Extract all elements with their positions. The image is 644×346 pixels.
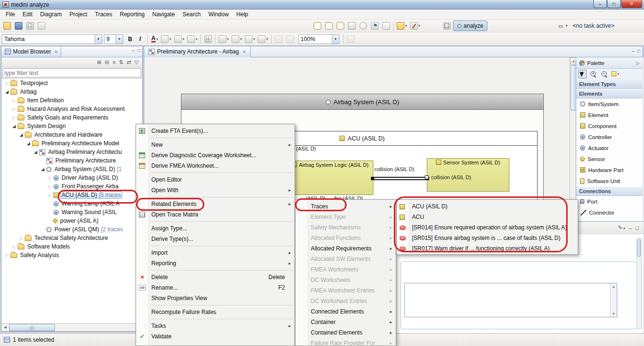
palette-header[interactable]: Palette ▷ [576,57,643,69]
palette-item-connector[interactable]: Connector [576,207,643,218]
tree-item-airbag-preliminary-architectu[interactable]: ◢Airbag Preliminary Architectu [1,148,142,156]
font-color-button[interactable]: A▾ [149,34,160,44]
tree-item-technical-safety-architecture[interactable]: ▷Technical Safety Architecture [1,234,142,242]
view-maximize-icon[interactable]: □ [635,225,639,231]
tree-item-power-asil-qm[interactable]: Power (ASIL QM)[2 traces [1,225,142,234]
view-minimize-icon[interactable]: ‒ [629,225,632,231]
tree-item-driver-airbag-asil-d[interactable]: ▷Driver Airbag (ASIL D) [1,173,142,182]
scroll-up-icon[interactable]: ▲ [611,283,617,290]
comment-button[interactable] [312,21,323,31]
tree-expanded-arrow-icon[interactable]: ◢ [4,89,10,94]
tree-item-acu-asil-d[interactable]: ▷ACU (ASIL D)[5 traces [1,191,142,199]
font-family-combo[interactable]: Tahoma ▼ [2,34,102,44]
clock-button[interactable] [358,21,369,31]
tree-collapsed-arrow-icon[interactable]: ▷ [11,116,17,120]
comment-add-button[interactable] [324,21,334,31]
menubar-traces[interactable]: Traces [91,10,116,19]
grid-button[interactable]: ▾ [231,34,243,44]
combo-arrow-icon[interactable]: ▼ [332,35,339,43]
arrow-style-button[interactable]: ▾ [186,34,199,44]
tree-item-warning-lamp-asil-a[interactable]: Warning Lamp (ASIL A [1,199,142,208]
palette-item-controller[interactable]: Controller [576,131,643,142]
open-folder-button[interactable]: ▾ [396,21,408,31]
perspective-icon[interactable] [443,22,451,30]
context-menu-validate[interactable]: Validate [136,331,295,342]
palette-item-actuator[interactable]: Actuator [576,142,643,153]
menubar-window[interactable]: Window [204,10,232,19]
context-menu-new[interactable]: New► [136,140,295,150]
comments-button[interactable] [335,21,346,31]
combo-arrow-icon[interactable]: ▼ [116,35,123,43]
menubar-project[interactable]: Project [65,10,91,19]
palette-item-item-system[interactable]: Item/System [576,98,643,109]
collapse-all-icon[interactable]: ⊟ [105,59,109,65]
context-menu-derive-diagnostic-coverage-worksheet[interactable]: Derive Diagnostic Coverage Worksheet... [136,150,295,161]
filter-input[interactable] [2,68,141,77]
tree-item-hazard-analysis-and-risk-assessment[interactable]: ▷Hazard Analysis and Risk Assessment [1,105,142,113]
context-menu-show-properties-view[interactable]: Show Properties View [136,293,295,303]
paste-button[interactable] [347,21,357,31]
editor-maximize-icon[interactable]: □ [637,48,640,54]
save-button[interactable] [13,21,24,31]
font-size-combo[interactable]: 9 ▼ [104,34,123,44]
tree-collapsed-arrow-icon[interactable]: ▷ [47,176,53,180]
palette-item-component[interactable]: Component [576,120,643,131]
hierarchy-icon[interactable]: ≡ [113,59,116,65]
palette-group-elements[interactable]: Elements [576,89,643,98]
new-wizard-button[interactable] [2,21,12,31]
context-menu-reporting[interactable]: Reporting► [136,258,295,269]
expand-all-icon[interactable]: ⊞ [97,59,101,65]
tree-expanded-arrow-icon[interactable]: ◢ [25,141,32,146]
tree-item-airbag[interactable]: ◢Airbag [1,87,142,96]
trace-item-sr015-ensure-airbag-system-is-case-of-faults-asil-d[interactable]: [SR015] Ensure airbag system is ... case… [397,233,578,243]
tree-item-architecture-and-hardware[interactable]: ◢Architecture and Hardware [1,130,142,139]
palette-group-element-types[interactable]: Element Types [576,79,643,89]
collision-connector[interactable] [373,177,427,180]
sort-icon[interactable]: ⇅ [119,59,123,65]
context-menu-create-fta-event-s[interactable]: Create FTA Event(s)... [136,126,295,136]
related-elements-allocated-requirements[interactable]: Allocated Requirements► [296,243,396,254]
palette-item-hardware-part[interactable]: Hardware Part [576,164,643,175]
tree-item-software-models[interactable]: ▷Software Models [1,242,142,251]
trace-item-acu[interactable]: ACU [397,212,578,222]
window-titlebar[interactable]: medini analyze ‒ □ × [0,0,644,10]
tree-item-safety-analysis[interactable]: ▷Safety Analysis [1,251,142,260]
context-menu-import[interactable]: Import► [136,248,295,258]
context-menu-rename[interactable]: Rename...F2 [136,282,295,293]
fill-color-button[interactable]: ▾ [160,34,172,44]
menubar-navigate[interactable]: Navigate [148,10,179,19]
zoom-out-button[interactable] [600,70,609,78]
scrollbar-thumb[interactable] [9,324,55,331]
context-menu-derive-type-s[interactable]: Derive Type(s)... [136,234,295,244]
menubar-search[interactable]: Search [179,10,204,19]
palette-item-element[interactable]: Element [576,109,643,120]
tree-horizontal-scrollbar[interactable]: ◀ ▶ [1,323,142,331]
tree-collapsed-arrow-icon[interactable]: ▷ [11,245,17,249]
related-elements-contained-elements[interactable]: Contained Elements► [296,327,396,338]
tree-item-airbag-system-asil-d[interactable]: ◢Airbag System (ASIL D)[1 [1,165,142,173]
report-button[interactable] [381,21,391,31]
format-painter-button[interactable]: ▾ [409,21,422,31]
related-elements-traces[interactable]: Traces► [296,201,396,212]
airbag-system-logic-block[interactable]: Airbag System Logic (ASIL D) [287,161,373,195]
view-maximize-icon[interactable]: □ [137,48,140,53]
tree-item-system-design[interactable]: ◢System Design [1,122,142,130]
route-button[interactable] [274,34,284,44]
context-menu-derive-fmea-worksheet[interactable]: Derive FMEA Worksheet... [136,161,295,171]
print-button[interactable] [25,21,35,31]
palette-group-connections[interactable]: Connections [576,186,643,196]
note-button[interactable]: ▾ [611,70,620,78]
tree-item-preliminary-architecture[interactable]: Preliminary Architecture [1,156,142,165]
snap-button[interactable]: ▾ [218,34,230,44]
related-elements-container[interactable]: Container► [296,317,396,327]
menubar-edit[interactable]: Edit [19,10,36,19]
small-grid-button[interactable]: ▾ [257,34,269,44]
context-menu-assign-type[interactable]: Assign Type... [136,223,295,234]
tree-collapsed-arrow-icon[interactable]: ▷ [18,236,24,240]
tree-expanded-arrow-icon[interactable]: ◢ [11,124,17,129]
tree-item-item-definition[interactable]: ▷Item Definition [1,96,142,105]
tree-collapsed-arrow-icon[interactable]: ▷ [4,81,10,86]
trace-item-sr017-warn-driver-if-functioning-correctly-asil-a[interactable]: [SR017] Warn driver if ... functioning c… [397,243,578,254]
tree-expanded-arrow-icon[interactable]: ◢ [40,167,46,172]
context-menu-open-trace-matrix[interactable]: Open Trace Matrix [136,209,295,220]
